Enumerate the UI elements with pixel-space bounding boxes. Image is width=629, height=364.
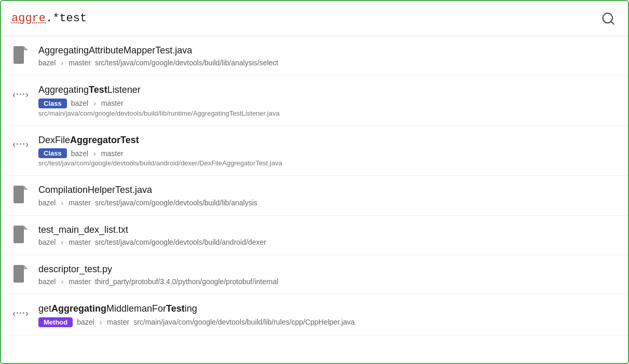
- class-badge: Class: [38, 99, 67, 108]
- result-meta: bazel › master src/test/java/com/google/…: [38, 199, 618, 207]
- result-meta: Class bazel › master: [38, 148, 618, 158]
- result-title: test_main_dex_list.txt: [38, 224, 618, 236]
- repo-name: bazel: [38, 277, 56, 286]
- branch-name: master: [69, 199, 91, 207]
- result-item[interactable]: CompilationHelperTest.java bazel › maste…: [1, 176, 628, 215]
- repo-name: bazel: [71, 149, 88, 158]
- branch-name: master: [107, 318, 129, 326]
- search-input-display[interactable]: aggre.*test: [11, 12, 599, 25]
- code-symbol-icon: ‹···›: [12, 139, 29, 150]
- file-path: src/test/java/com/google/devtools/build/…: [95, 59, 278, 67]
- title-normal: get: [38, 303, 51, 314]
- svg-rect-5: [13, 186, 24, 203]
- result-content: descriptor_test.py bazel › master third_…: [38, 263, 618, 286]
- svg-marker-13: [24, 265, 28, 269]
- result-meta: bazel › master src/test/java/com/google/…: [38, 59, 618, 67]
- branch-name: master: [101, 99, 124, 107]
- title-highlight: Test: [89, 85, 107, 95]
- result-item[interactable]: AggregatingAttributeMapperTest.java baze…: [1, 36, 628, 76]
- code-icon-container: ‹···›: [11, 85, 30, 104]
- svg-line-1: [611, 21, 613, 24]
- title-normal2: MiddlemanFor: [106, 303, 166, 314]
- result-item[interactable]: test_main_dex_list.txt bazel › master sr…: [1, 216, 628, 255]
- code-symbol-icon: ‹···›: [12, 89, 29, 100]
- result-content: CompilationHelperTest.java bazel › maste…: [38, 184, 618, 206]
- svg-marker-4: [24, 46, 28, 50]
- svg-marker-10: [24, 226, 28, 230]
- method-badge: Method: [38, 317, 73, 327]
- repo-name: bazel: [38, 199, 56, 207]
- result-title: descriptor_test.py: [38, 263, 618, 275]
- result-meta: Class bazel › master: [38, 99, 618, 108]
- result-path: src/main/java/com/google/devtools/build/…: [38, 109, 618, 117]
- query-prefix: aggre: [11, 12, 46, 25]
- file-icon-container: [11, 225, 30, 244]
- separator: ›: [61, 277, 63, 286]
- file-icon-container: [11, 185, 30, 204]
- result-content: DexFileAggregatorTest Class bazel › mast…: [38, 134, 618, 167]
- file-icon: [13, 186, 28, 203]
- file-icon: [13, 265, 28, 283]
- result-item[interactable]: descriptor_test.py bazel › master third_…: [1, 255, 628, 295]
- separator: ›: [100, 318, 102, 326]
- separator: ›: [93, 149, 96, 158]
- result-title: DexFileAggregatorTest: [38, 134, 618, 146]
- repo-name: bazel: [38, 59, 56, 67]
- file-path: third_party/protobuf/3.4.0/python/google…: [95, 277, 278, 286]
- result-item[interactable]: ‹···› DexFileAggregatorTest Class bazel …: [1, 126, 628, 176]
- branch-name: master: [69, 277, 91, 286]
- separator: ›: [93, 99, 96, 107]
- separator: ›: [61, 59, 63, 67]
- result-title: AggregatingAttributeMapperTest.java: [38, 45, 618, 57]
- svg-rect-8: [13, 226, 24, 243]
- title-normal: Aggregating: [38, 85, 89, 95]
- file-path: src/main/java/com/google/devtools/build/…: [133, 318, 354, 326]
- search-icon: [601, 11, 616, 26]
- file-icon: [13, 46, 28, 64]
- result-path: src/test/java/com/google/devtools/build/…: [38, 159, 618, 167]
- file-icon-container: [11, 264, 30, 283]
- title-normal: DexFile: [38, 135, 70, 145]
- repo-name: bazel: [77, 318, 94, 326]
- result-title: CompilationHelperTest.java: [38, 184, 618, 196]
- file-path: src/test/java/com/google/devtools/build/…: [95, 238, 266, 246]
- result-content: test_main_dex_list.txt bazel › master sr…: [38, 224, 618, 246]
- repo-name: bazel: [71, 99, 88, 107]
- title-highlight: Aggregating: [51, 303, 106, 314]
- file-path: src/test/java/com/google/devtools/build/…: [95, 199, 257, 207]
- branch-name: master: [69, 238, 91, 246]
- title-highlight2: Test: [166, 303, 185, 314]
- code-symbol-icon: ‹···›: [12, 308, 29, 319]
- svg-rect-11: [13, 265, 24, 283]
- svg-rect-2: [13, 46, 24, 64]
- class-badge: Class: [38, 148, 67, 158]
- title-normal3: ing: [185, 303, 197, 314]
- results-list: AggregatingAttributeMapperTest.java baze…: [1, 36, 628, 363]
- search-container: aggre.*test AggregatingAttributeMapperTe…: [0, 0, 629, 364]
- result-meta: bazel › master src/test/java/com/google/…: [38, 238, 618, 246]
- repo-name: bazel: [38, 238, 56, 246]
- result-content: AggregatingAttributeMapperTest.java baze…: [38, 45, 618, 67]
- query-suffix: .*test: [46, 12, 87, 25]
- title-normal2: Listener: [107, 85, 141, 95]
- result-title: AggregatingTestListener: [38, 84, 618, 96]
- result-content: AggregatingTestListener Class bazel › ma…: [38, 84, 618, 117]
- code-icon-container: ‹···›: [11, 135, 30, 154]
- search-bar: aggre.*test: [1, 1, 628, 36]
- result-title: getAggregatingMiddlemanForTesting: [38, 303, 618, 315]
- result-content: getAggregatingMiddlemanForTesting Method…: [38, 303, 618, 327]
- separator: ›: [61, 199, 63, 207]
- file-icon-container: [11, 46, 30, 64]
- result-item[interactable]: ‹···› getAggregatingMiddlemanForTesting …: [1, 295, 628, 335]
- result-meta: Method bazel › master src/main/java/com/…: [38, 317, 618, 327]
- svg-marker-7: [24, 186, 28, 190]
- branch-name: master: [69, 59, 91, 67]
- result-item[interactable]: ‹···› AggregatingTestListener Class baze…: [1, 76, 628, 125]
- search-button[interactable]: [599, 9, 618, 28]
- result-meta: bazel › master third_party/protobuf/3.4.…: [38, 277, 618, 286]
- branch-name: master: [101, 149, 124, 158]
- code-icon-container: ‹···›: [11, 304, 30, 323]
- separator: ›: [61, 238, 63, 246]
- title-highlight: AggregatorTest: [70, 135, 139, 145]
- file-icon: [13, 226, 28, 243]
